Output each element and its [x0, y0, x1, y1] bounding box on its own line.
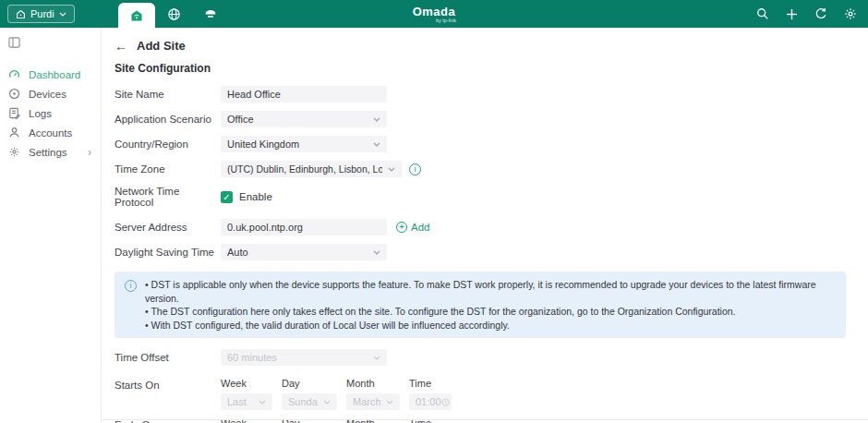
chevron-down-icon: [373, 142, 380, 147]
application-scenario-row: Application Scenario Office: [115, 111, 857, 127]
ntp-label: Network Time Protocol: [115, 186, 221, 208]
site-selector-label: Purdi: [30, 8, 54, 19]
sidebar-item-dashboard[interactable]: Dashboard: [0, 65, 101, 84]
sidebar-item-label: Logs: [29, 108, 52, 119]
sidebar-item-settings[interactable]: Settings ›: [0, 142, 101, 162]
sidebar-item-label: Settings: [29, 147, 67, 158]
country-region-select[interactable]: United Kingdom: [221, 136, 387, 152]
starts-week-value: Last: [227, 396, 247, 407]
dst-notice-line: With DST configured, the valid duration …: [145, 319, 835, 332]
week-header: Week: [221, 378, 272, 389]
time-zone-row: Time Zone (UTC) Dublin, Edinburgh, Lisbo…: [115, 161, 857, 177]
sidebar-item-accounts[interactable]: Accounts: [0, 123, 101, 142]
site-name-label: Site Name: [115, 89, 221, 100]
devices-icon: [8, 88, 20, 100]
country-region-value: United Kingdom: [227, 139, 299, 150]
time-zone-info-icon[interactable]: i: [409, 163, 421, 175]
panel-collapse-icon: [8, 37, 101, 48]
sidebar-item-devices[interactable]: Devices: [0, 84, 101, 103]
dst-label: Daylight Saving Time: [115, 247, 221, 258]
time-zone-label: Time Zone: [115, 163, 221, 175]
add-site-page: ← Add Site Site Configuration Site Name …: [102, 28, 868, 423]
add-server-label: Add: [411, 222, 429, 233]
starts-month-select: March: [346, 393, 400, 410]
person-icon: [8, 127, 20, 139]
dst-notice-line: The DST configuration here only takes ef…: [145, 305, 835, 319]
month-header: Month: [346, 417, 400, 423]
application-scenario-select[interactable]: Office: [221, 111, 387, 127]
bottom-divider: [102, 419, 868, 420]
country-region-label: Country/Region: [115, 139, 221, 150]
time-offset-label: Time Offset: [115, 352, 221, 363]
starts-month-value: March: [353, 396, 380, 407]
ntp-enable-checkbox[interactable]: ✓: [221, 191, 233, 203]
sidebar-item-logs[interactable]: Logs: [0, 103, 101, 123]
section-title: Site Configuration: [115, 62, 857, 75]
top-bar: Purdi: [0, 0, 868, 28]
back-arrow-icon[interactable]: ←: [115, 40, 127, 53]
chevron-down-icon: [373, 117, 380, 122]
dst-value: Auto: [227, 247, 248, 258]
tab-cameras[interactable]: [192, 0, 229, 28]
dst-select[interactable]: Auto: [221, 244, 387, 260]
chevron-down-icon: [373, 250, 380, 255]
chevron-down-icon: [323, 400, 331, 405]
application-scenario-value: Office: [227, 114, 254, 125]
topbar-actions: [756, 0, 857, 28]
dome-camera-icon: [203, 6, 218, 21]
dst-notice-line: DST is applicable only when the device s…: [145, 278, 835, 305]
chevron-right-icon: ›: [88, 147, 91, 158]
sidebar: Dashboard Devices Logs Accounts: [0, 28, 102, 423]
chevron-down-icon: [373, 356, 380, 360]
ends-on-row: Ends On Week Last Day Sunday: [115, 417, 857, 423]
site-name-input[interactable]: [221, 86, 387, 103]
circled-plus-icon: +: [396, 222, 407, 233]
starts-time-input: 01:00: [409, 393, 452, 410]
info-icon: i: [125, 280, 137, 292]
time-offset-row: Time Offset 60 minutes: [115, 349, 857, 366]
time-header: Time: [409, 417, 452, 423]
chevron-down-icon: [388, 167, 395, 172]
ntp-checkbox-label: Enable: [239, 191, 272, 202]
chevron-down-icon: [259, 400, 266, 405]
dst-row: Daylight Saving Time Auto: [115, 244, 857, 260]
search-button[interactable]: [756, 7, 769, 20]
sidebar-item-label: Dashboard: [29, 69, 80, 80]
dashboard-gauge-icon: [8, 68, 20, 80]
country-region-row: Country/Region United Kingdom: [115, 136, 857, 152]
starts-week-select: Last: [221, 393, 272, 410]
logo-subtitle: by tp-link: [436, 18, 456, 23]
search-icon: [756, 7, 769, 20]
product-tabs: [118, 0, 229, 28]
chevron-down-icon: [59, 12, 66, 17]
month-header: Month: [346, 378, 400, 389]
chevron-down-icon: [386, 400, 393, 405]
settings-button[interactable]: [844, 7, 857, 20]
add-server-button[interactable]: + Add: [396, 222, 429, 233]
site-icon: [16, 9, 26, 19]
ntp-row: Network Time Protocol ✓ Enable: [115, 186, 857, 208]
week-header: Week: [221, 417, 272, 423]
application-scenario-label: Application Scenario: [115, 114, 221, 125]
server-address-label: Server Address: [115, 222, 221, 233]
add-button[interactable]: [786, 8, 798, 20]
site-selector[interactable]: Purdi: [7, 5, 75, 23]
logs-document-icon: [8, 107, 20, 119]
server-address-row: Server Address + Add: [115, 219, 857, 236]
server-address-input[interactable]: [221, 219, 387, 236]
sidebar-collapse-button[interactable]: [8, 37, 101, 48]
dst-notice: i DST is applicable only when the device…: [115, 272, 846, 338]
clock-icon: [441, 398, 450, 406]
starts-day-value: Sunday: [288, 396, 318, 407]
sidebar-item-label: Accounts: [29, 127, 72, 139]
logo-title: Omada: [413, 6, 456, 18]
tab-sites[interactable]: [118, 3, 155, 28]
tab-global-view[interactable]: [155, 0, 192, 28]
time-offset-value: 60 minutes: [227, 352, 277, 363]
time-zone-select[interactable]: (UTC) Dublin, Edinburgh, Lisbon, London: [221, 161, 402, 177]
day-header: Day: [282, 378, 337, 389]
starts-time-value: 01:00: [416, 396, 441, 407]
time-zone-value: (UTC) Dublin, Edinburgh, Lisbon, London: [227, 163, 382, 175]
time-offset-select: 60 minutes: [221, 349, 387, 366]
refresh-button[interactable]: [814, 7, 827, 20]
